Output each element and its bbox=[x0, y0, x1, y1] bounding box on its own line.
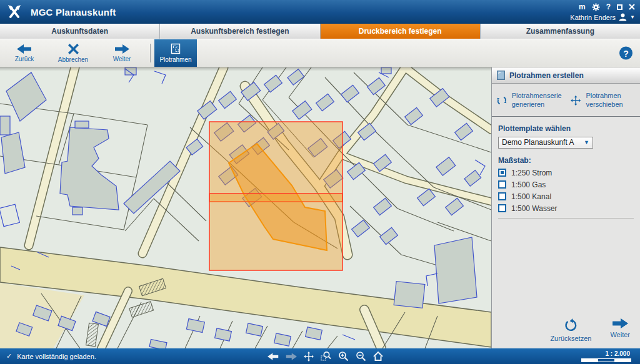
undo-icon bbox=[564, 318, 578, 332]
forward-icon[interactable] bbox=[286, 353, 297, 360]
refresh-icon bbox=[497, 93, 507, 108]
arrow-left-icon bbox=[17, 44, 32, 54]
zoom-in-icon[interactable] bbox=[338, 351, 349, 362]
sidebar-footer: Zurücksetzen Weiter bbox=[492, 318, 640, 348]
arrow-right-icon bbox=[612, 318, 628, 328]
print-area-overlay[interactable] bbox=[209, 122, 342, 270]
scale-label: Maßstab: bbox=[498, 156, 634, 165]
home-icon[interactable] bbox=[373, 352, 383, 361]
sidebar-divider bbox=[498, 218, 634, 219]
print-frame-upper[interactable] bbox=[209, 122, 342, 202]
plot-frame-icon bbox=[497, 71, 505, 80]
x-icon bbox=[68, 44, 79, 54]
status-bar: ✓ Karte vollständig geladen. bbox=[0, 348, 640, 364]
map-canvas[interactable] bbox=[0, 67, 491, 348]
gear-icon[interactable] bbox=[592, 3, 600, 11]
plot-template-select[interactable]: Demo Planauskunft A ▼ bbox=[498, 137, 593, 149]
map-scale-bar bbox=[581, 358, 631, 362]
status-message: ✓ Karte vollständig geladen. bbox=[6, 352, 96, 360]
map-viewport[interactable] bbox=[0, 67, 491, 348]
user-menu[interactable]: Kathrin Enders ▼ bbox=[570, 13, 635, 21]
map-nav-toolbar bbox=[268, 348, 383, 364]
crossed-tools-logo bbox=[6, 3, 23, 21]
back-button[interactable]: Zurück bbox=[0, 39, 49, 67]
plotframe-tool-button[interactable]: Plotrahmen bbox=[154, 39, 197, 67]
chevron-down-icon: ▼ bbox=[584, 139, 589, 145]
scale-option-label: 1:500 Kanal bbox=[511, 192, 551, 201]
app-title: MGC Planauskunft bbox=[31, 7, 116, 17]
print-frame-lower[interactable] bbox=[209, 194, 342, 270]
user-icon bbox=[619, 13, 627, 21]
scale-checkbox[interactable] bbox=[498, 192, 506, 200]
sidebar-next-button[interactable]: Weiter bbox=[610, 318, 630, 342]
scale-option-label: 1:500 Gas bbox=[511, 180, 546, 189]
tab-auskunftsdaten[interactable]: Auskunftsdaten bbox=[0, 24, 160, 39]
tab-auskunftsbereich[interactable]: Auskunftsbereich festlegen bbox=[160, 24, 320, 39]
close-icon[interactable] bbox=[629, 4, 635, 10]
sidebar-title: Plotrahmen erstellen bbox=[509, 71, 584, 80]
sidebar-header: Plotrahmen erstellen bbox=[492, 67, 640, 84]
help-button[interactable]: ? bbox=[619, 47, 632, 60]
tab-druckbereich[interactable]: Druckbereich festlegen bbox=[321, 24, 481, 39]
wizard-tabs: Auskunftsdaten Auskunftsbereich festlege… bbox=[0, 24, 640, 39]
scale-checkbox[interactable] bbox=[498, 169, 506, 177]
plot-frame-icon bbox=[171, 43, 181, 54]
plotframe-sidebar: Plotrahmen erstellen Plotrahmenserie gen… bbox=[491, 67, 640, 348]
title-bar: MGC Planauskunft m ? Kathrin Enders ▼ bbox=[0, 0, 640, 24]
generate-plotframe-series-button[interactable]: Plotrahmenserie generieren bbox=[497, 92, 567, 109]
back-icon[interactable] bbox=[268, 353, 279, 360]
scale-option[interactable]: 1:250 Strom bbox=[498, 169, 634, 177]
scale-list: 1:250 Strom1:500 Gas1:500 Kanal1:500 Was… bbox=[498, 169, 634, 213]
pan-icon[interactable] bbox=[304, 352, 314, 362]
cancel-button[interactable]: Abbrechen bbox=[49, 39, 98, 67]
zoom-window-icon[interactable] bbox=[321, 351, 331, 362]
scale-option-label: 1:500 Wasser bbox=[511, 204, 558, 213]
move-icon bbox=[571, 93, 581, 108]
toolbar: Zurück Abbrechen Weiter Plotrahmen ? bbox=[0, 39, 640, 67]
plot-template-label: Plottemplate wählen bbox=[498, 124, 634, 133]
next-button[interactable]: Weiter bbox=[98, 39, 146, 67]
move-plotframe-button[interactable]: Plotrahmen verschieben bbox=[571, 92, 636, 109]
chevron-down-icon: ▼ bbox=[630, 14, 635, 20]
maximize-icon[interactable] bbox=[617, 4, 622, 10]
map-scale-value: 1 : 2.000 bbox=[606, 350, 630, 357]
scale-checkbox[interactable] bbox=[498, 204, 506, 212]
sidebar-actions: Plotrahmenserie generieren Plotrahmen ve… bbox=[492, 84, 640, 117]
zoom-out-icon[interactable] bbox=[356, 351, 366, 362]
m-icon[interactable]: m bbox=[579, 3, 586, 11]
user-name: Kathrin Enders bbox=[570, 14, 616, 21]
arrow-right-icon bbox=[114, 44, 129, 54]
scale-option-label: 1:250 Strom bbox=[511, 169, 552, 177]
scale-option[interactable]: 1:500 Gas bbox=[498, 180, 634, 189]
check-icon: ✓ bbox=[6, 352, 12, 360]
scale-option[interactable]: 1:500 Kanal bbox=[498, 192, 634, 201]
plot-template-value: Demo Planauskunft A bbox=[502, 138, 574, 147]
reset-button[interactable]: Zurücksetzen bbox=[550, 318, 591, 342]
help-icon[interactable]: ? bbox=[606, 2, 611, 11]
scale-option[interactable]: 1:500 Wasser bbox=[498, 204, 634, 213]
toolbar-separator bbox=[150, 44, 151, 62]
tab-zusammenfassung[interactable]: Zusammenfassung bbox=[481, 24, 640, 39]
scale-checkbox[interactable] bbox=[498, 180, 506, 189]
